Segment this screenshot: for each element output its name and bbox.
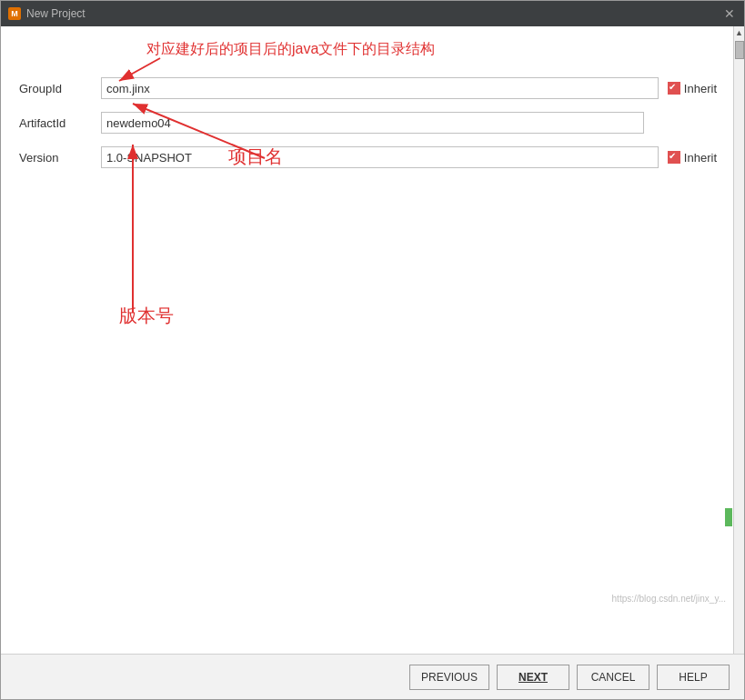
title-bar: M New Project ✕ [1,1,744,26]
side-indicator [725,508,732,526]
version-input[interactable] [101,146,659,168]
scroll-thumb[interactable] [735,41,744,59]
dialog-title: New Project [26,7,86,20]
version-row: Version Inherit [19,146,726,168]
scroll-up-icon[interactable]: ▲ [735,26,743,37]
next-button[interactable]: NEXT [497,665,569,690]
version-checkbox[interactable] [668,151,680,164]
version-inherit-label: Inherit [684,151,717,165]
group-id-inherit-label: Inherit [684,82,717,95]
group-id-row: GroupId Inherit [19,77,726,99]
artifact-id-input[interactable] [101,112,644,134]
title-bar-left: M New Project [8,7,86,20]
close-button[interactable]: ✕ [722,6,737,21]
scrollbar[interactable]: ▲ [733,26,744,654]
artifact-id-label: ArtifactId [19,116,92,130]
previous-button[interactable]: PREVIOUS [409,665,489,690]
group-id-label: GroupId [19,82,92,95]
watermark: https://blog.csdn.net/jinx_y... [612,594,726,604]
annotation-version: 版本号 [119,304,174,328]
artifact-id-row: ArtifactId [19,112,726,134]
help-button[interactable]: HELP [657,665,730,690]
annotation-top: 对应建好后的项目后的java文件下的目录结构 [146,40,435,59]
cancel-button[interactable]: CANCEL [577,665,649,690]
group-id-input[interactable] [101,77,659,99]
version-label: Version [19,151,92,165]
group-id-inherit: Inherit [668,82,717,95]
version-inherit: Inherit [668,151,717,165]
group-id-checkbox[interactable] [668,82,680,95]
dialog-footer: PREVIOUS NEXT CANCEL HELP [1,654,744,699]
dialog-body: 对应建好后的项目后的java文件下的目录结构 GroupId Inherit A… [1,26,744,654]
new-project-dialog: M New Project ✕ 对应建好后的项目后的java文件下的目录结构 G… [0,0,745,700]
app-icon: M [8,7,21,20]
